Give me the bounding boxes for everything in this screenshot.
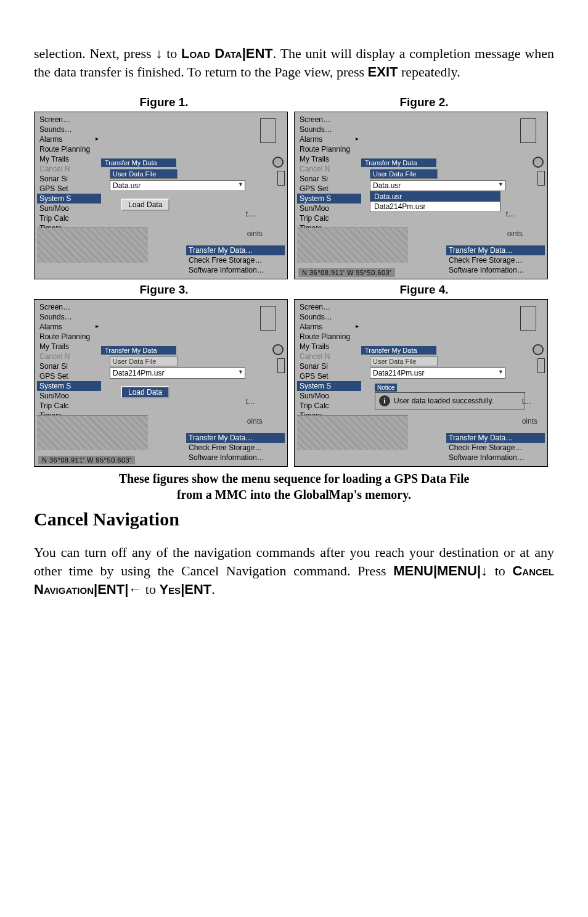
battery-icon: [277, 358, 285, 373]
dropdown-option-2[interactable]: Data214Pm.usr: [370, 202, 500, 212]
menu-trip[interactable]: Trip Calc: [37, 213, 101, 223]
submenu-tmd[interactable]: Transfer My Data…: [186, 245, 285, 255]
menu-sun[interactable]: Sun/Moo: [37, 204, 101, 213]
menu-system[interactable]: System S: [37, 381, 101, 391]
user-data-file-label: User Data File: [370, 356, 438, 366]
menu-cancel: Cancel N: [37, 164, 101, 174]
t-dots: t…: [522, 397, 531, 406]
ent-kw-3: ENT: [184, 582, 211, 597]
menu-kw-2: MENU: [437, 563, 477, 578]
figure-3-wrap: Figure 3. Screen… Sounds… Alarms Route P…: [34, 279, 294, 467]
file-combo[interactable]: Data214Pm.usr: [110, 368, 245, 379]
transfer-my-data-bar: Transfer My Data: [101, 346, 176, 355]
arrow-left: ← to: [128, 582, 159, 597]
menu-gps[interactable]: GPS Set: [297, 371, 361, 381]
map-decoration: [37, 415, 148, 450]
menu-trip[interactable]: Trip Calc: [297, 213, 361, 223]
menu-screen[interactable]: Screen…: [297, 115, 361, 125]
menu-sonar[interactable]: Sonar Si: [37, 174, 101, 184]
menu-sounds[interactable]: Sounds…: [297, 312, 361, 322]
submenu-cfs[interactable]: Check Free Storage…: [446, 443, 545, 453]
oints: oints: [522, 417, 537, 426]
figure-grid: Figure 1. Screen… Sounds… Alarms Route P…: [34, 92, 554, 467]
submenu-tmd[interactable]: Transfer My Data…: [446, 433, 545, 443]
system-submenu: Transfer My Data… Check Free Storage… So…: [186, 433, 285, 463]
menu-trip[interactable]: Trip Calc: [37, 401, 101, 411]
menu-alarms[interactable]: Alarms: [297, 134, 361, 144]
main-menu: Screen… Sounds… Alarms Route Planning My…: [297, 115, 361, 243]
file-combo[interactable]: Data214Pm.usr: [370, 368, 505, 379]
menu-sounds[interactable]: Sounds…: [297, 125, 361, 134]
ent-kw-2: ENT: [97, 582, 125, 597]
oints: oints: [247, 417, 263, 426]
system-submenu: Transfer My Data… Check Free Storage… So…: [446, 433, 545, 463]
t-dots: t…: [506, 210, 515, 218]
submenu-tmd[interactable]: Transfer My Data…: [446, 245, 545, 255]
menu-gps[interactable]: GPS Set: [37, 184, 101, 194]
figure-1-wrap: Figure 1. Screen… Sounds… Alarms Route P…: [34, 92, 294, 279]
menu-sun[interactable]: Sun/Moo: [297, 204, 361, 213]
menu-screen[interactable]: Screen…: [37, 302, 101, 312]
submenu-cfs[interactable]: Check Free Storage…: [186, 255, 285, 265]
dropdown-option-1[interactable]: Data.usr: [370, 192, 500, 202]
menu-system[interactable]: System S: [297, 381, 361, 391]
menu-sun[interactable]: Sun/Moo: [297, 391, 361, 401]
main-menu: Screen… Sounds… Alarms Route Planning My…: [37, 302, 101, 430]
menu-sounds[interactable]: Sounds…: [37, 125, 101, 134]
menu-alarms[interactable]: Alarms: [37, 322, 101, 332]
submenu-si[interactable]: Software Information…: [186, 453, 285, 463]
menu-route[interactable]: Route Planning: [37, 332, 101, 342]
menu-trip[interactable]: Trip Calc: [297, 401, 361, 411]
user-data-file-label: User Data File: [110, 356, 178, 366]
menu-trails[interactable]: My Trails: [37, 342, 101, 352]
menu-route[interactable]: Route Planning: [297, 144, 361, 154]
intro-text-a: selection. Next, press ↓ to: [34, 46, 181, 61]
menu-trails[interactable]: My Trails: [297, 154, 361, 164]
menu-sonar[interactable]: Sonar Si: [37, 361, 101, 371]
menu-route[interactable]: Route Planning: [297, 332, 361, 342]
menu-alarms[interactable]: Alarms: [297, 322, 361, 332]
file-combo[interactable]: Data.usr: [110, 180, 245, 191]
menu-sun[interactable]: Sun/Moo: [37, 391, 101, 401]
notice-message: User data loaded successfully.: [394, 397, 494, 405]
menu-alarms[interactable]: Alarms: [37, 134, 101, 144]
submenu-si[interactable]: Software Information…: [186, 265, 285, 275]
figure-2-wrap: Figure 2. Screen… Sounds… Alarms Route P…: [294, 92, 554, 279]
file-dropdown[interactable]: Data.usr Data214Pm.usr: [370, 191, 500, 212]
submenu-si[interactable]: Software Information…: [446, 453, 545, 463]
menu-cancel: Cancel N: [37, 352, 101, 361]
menu-route[interactable]: Route Planning: [37, 144, 101, 154]
menu-gps[interactable]: GPS Set: [37, 371, 101, 381]
caption-line-2: from a MMC into the GlobalMap's memory.: [177, 488, 411, 501]
menu-screen[interactable]: Screen…: [297, 302, 361, 312]
submenu-cfs[interactable]: Check Free Storage…: [186, 443, 285, 453]
transfer-my-data-bar: Transfer My Data: [101, 158, 176, 167]
load-data-button[interactable]: Load Data: [121, 199, 169, 211]
submenu-cfs[interactable]: Check Free Storage…: [446, 255, 545, 265]
menu-system[interactable]: System S: [297, 194, 361, 204]
figure-4-title: Figure 4.: [294, 283, 554, 297]
notice-title: Notice: [375, 384, 397, 392]
figure-2-title: Figure 2.: [294, 96, 554, 109]
intro-text-c: repeatedly.: [398, 64, 460, 80]
oints: oints: [247, 229, 263, 238]
menu-sonar[interactable]: Sonar Si: [297, 174, 361, 184]
map-decoration: [297, 228, 408, 263]
menu-sonar[interactable]: Sonar Si: [297, 361, 361, 371]
intro-paragraph: selection. Next, press ↓ to Load Data|EN…: [34, 44, 554, 81]
period: .: [211, 582, 215, 597]
menu-trails[interactable]: My Trails: [37, 154, 101, 164]
compass-icon: [260, 118, 276, 143]
cancel-nav-paragraph: You can turn off any of the navigation c…: [34, 543, 554, 598]
menu-screen[interactable]: Screen…: [37, 115, 101, 125]
submenu-tmd[interactable]: Transfer My Data…: [186, 433, 285, 443]
load-data-button[interactable]: Load Data: [121, 386, 169, 398]
coordinates: N 36°08.911' W 95°50.603': [298, 268, 395, 277]
menu-gps[interactable]: GPS Set: [297, 184, 361, 194]
file-combo[interactable]: Data.usr: [370, 180, 505, 191]
menu-trails[interactable]: My Trails: [297, 342, 361, 352]
submenu-si[interactable]: Software Information…: [446, 265, 545, 275]
menu-system[interactable]: System S: [37, 194, 101, 204]
menu-sounds[interactable]: Sounds…: [37, 312, 101, 322]
coordinates: N 36°08.911' W 95°50.603': [38, 456, 135, 464]
